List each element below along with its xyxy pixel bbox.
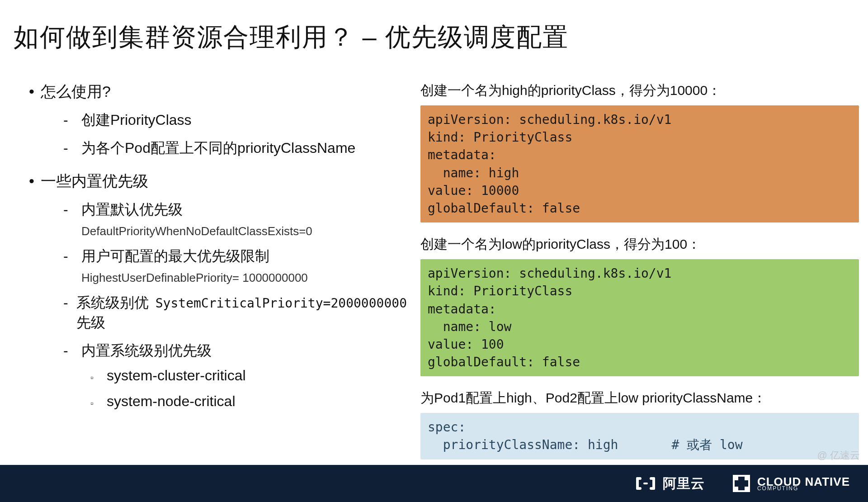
list-subitem-label: 创建PriorityClass	[81, 110, 192, 130]
list-subitem: - 内置系统级别优先级 ▫ system-cluster-critical ▫	[63, 341, 407, 410]
code-block-high: apiVersion: scheduling.k8s.io/v1 kind: P…	[420, 105, 859, 223]
brand-cncf: CLOUD NATIVE COMPUTING	[732, 474, 850, 493]
dash-icon: -	[63, 248, 81, 265]
left-column: • 怎么使用? - 创建PriorityClass -	[23, 81, 416, 452]
footer-bar: 阿里云 CLOUD NATIVE COMPUTING	[0, 465, 868, 502]
slide-title: 如何做到集群资源合理利用？ – 优先级调度配置	[14, 20, 569, 55]
list-sub2item: ▫ system-node-critical	[90, 393, 407, 410]
slide-body: • 怎么使用? - 创建PriorityClass -	[23, 81, 859, 452]
right-column: 创建一个名为high的priorityClass，得分为10000： apiVe…	[416, 81, 859, 452]
list-sub2item-label: system-node-critical	[107, 393, 236, 410]
bullet-list: • 怎么使用? - 创建PriorityClass -	[23, 81, 407, 410]
cncf-logo-icon	[732, 474, 751, 493]
list-subitem-detail: DefaultPriorityWhenNoDefaultClassExists=…	[81, 224, 407, 238]
code-caption: 创建一个名为high的priorityClass，得分为10000：	[420, 81, 859, 100]
code-section-high: 创建一个名为high的priorityClass，得分为10000： apiVe…	[420, 81, 859, 223]
code-section-pod: 为Pod1配置上high、Pod2配置上low priorityClassNam…	[420, 389, 859, 459]
code-caption: 为Pod1配置上high、Pod2配置上low priorityClassNam…	[420, 389, 859, 407]
dash-icon: -	[63, 201, 81, 218]
dash-icon: -	[63, 342, 81, 359]
code-section-low: 创建一个名为low的priorityClass，得分为100： apiVersi…	[420, 235, 859, 376]
list-subitem: - 用户可配置的最大优先级限制 HighestUserDefinablePrio…	[63, 246, 407, 285]
svg-rect-4	[636, 477, 639, 490]
list-sub2item-label: system-cluster-critical	[107, 367, 246, 384]
svg-rect-8	[734, 476, 738, 480]
list-sub2item: ▫ system-cluster-critical	[90, 367, 407, 384]
dash-icon: -	[63, 140, 81, 156]
square-icon: ▫	[90, 399, 107, 408]
code-block-low: apiVersion: scheduling.k8s.io/v1 kind: P…	[420, 259, 859, 376]
list-subitem-inline: SystemCriticalPriority=2000000000	[156, 296, 407, 311]
list-subitem-label: 内置系统级别优先级	[81, 341, 212, 361]
svg-rect-5	[652, 477, 655, 490]
brand-aliyun: 阿里云	[635, 474, 705, 493]
list-subitem-label: 系统级别优先级	[76, 293, 149, 333]
list-item: • 一些内置优先级 - 内置默认优先级 DefaultPriorityWhenN…	[23, 171, 407, 410]
code-block-pod: spec: priorityClassName: high # 或者 low	[420, 413, 859, 459]
aliyun-logo-icon	[635, 475, 656, 492]
code-caption: 创建一个名为low的priorityClass，得分为100：	[420, 235, 859, 254]
list-item-label: 一些内置优先级	[41, 171, 148, 192]
brand-aliyun-label: 阿里云	[663, 474, 705, 493]
list-subitem-label: 用户可配置的最大优先级限制	[81, 246, 269, 266]
list-item-label: 怎么使用?	[41, 81, 111, 102]
list-subitem-label: 内置默认优先级	[81, 200, 183, 220]
list-item: • 怎么使用? - 创建PriorityClass -	[23, 81, 407, 158]
svg-rect-10	[734, 487, 738, 491]
list-subitem: - 创建PriorityClass	[63, 110, 407, 130]
svg-rect-11	[745, 487, 749, 491]
list-subitem-label: 为各个Pod配置上不同的priorityClassName	[81, 138, 355, 158]
list-subitem-detail: HighestUserDefinablePriority= 1000000000	[81, 271, 407, 285]
list-subitem: - 内置默认优先级 DefaultPriorityWhenNoDefaultCl…	[63, 200, 407, 238]
svg-rect-9	[745, 476, 749, 480]
svg-rect-6	[643, 483, 648, 484]
watermark: @ 亿速云	[817, 449, 860, 462]
dash-icon: -	[63, 112, 81, 128]
bullet-icon: •	[23, 172, 41, 190]
brand-cncf-bottom: COMPUTING	[757, 486, 850, 491]
slide: 如何做到集群资源合理利用？ – 优先级调度配置 • 怎么使用? - 创建Prio…	[0, 0, 868, 502]
dash-icon: -	[63, 294, 76, 311]
bullet-icon: •	[23, 83, 41, 100]
square-icon: ▫	[90, 373, 107, 383]
list-subitem: - 为各个Pod配置上不同的priorityClassName	[63, 138, 407, 158]
list-subitem: - 系统级别优先级 SystemCriticalPriority=2000000…	[63, 293, 407, 333]
